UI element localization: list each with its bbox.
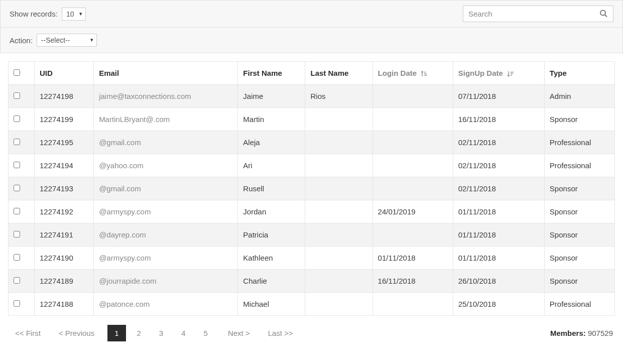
page-number[interactable]: 3 (152, 325, 170, 341)
action-toolbar: Action: --Select-- (0, 28, 623, 53)
cell-first-name: Michael (238, 293, 305, 316)
header-type[interactable]: Type (544, 62, 614, 85)
row-checkbox[interactable] (14, 162, 20, 168)
search-icon[interactable] (599, 9, 607, 19)
cell-uid: 12274194 (35, 154, 94, 177)
cell-last-name (305, 223, 372, 247)
select-all-checkbox[interactable] (14, 69, 20, 76)
table-header-row: UID Email First Name Last Name Login Dat… (9, 62, 615, 85)
header-email[interactable]: Email (94, 62, 238, 85)
table-row: 12274188@patonce.comMichael25/10/2018Pro… (9, 293, 615, 316)
page-number[interactable]: 4 (174, 325, 192, 341)
cell-uid: 12274190 (35, 247, 94, 270)
table-row: 12274198jaime@taxconnections.comJaimeRio… (9, 85, 615, 108)
cell-login-date: 01/11/2018 (372, 247, 453, 270)
members-count: Members: 907529 (550, 329, 613, 337)
row-checkbox[interactable] (14, 115, 20, 122)
row-checkbox[interactable] (14, 231, 20, 237)
cell-first-name: Jordan (238, 200, 305, 223)
cell-email: @gmail.com (94, 131, 238, 154)
cell-login-date (372, 293, 453, 316)
cell-signup-date: 16/11/2018 (453, 108, 544, 131)
cell-first-name: Aleja (238, 131, 305, 154)
cell-signup-date: 01/11/2018 (453, 200, 544, 223)
page-first[interactable]: << First (10, 325, 46, 341)
cell-login-date (372, 85, 453, 108)
row-checkbox[interactable] (14, 277, 20, 284)
sort-desc-icon (507, 70, 514, 77)
cell-last-name (305, 108, 372, 131)
header-last-name[interactable]: Last Name (305, 62, 372, 85)
page-next[interactable]: Next > (223, 325, 255, 341)
cell-last-name (305, 293, 372, 316)
cell-login-date: 16/11/2018 (372, 270, 453, 293)
cell-type: Sponsor (544, 223, 614, 247)
cell-email: @armyspy.com (94, 200, 238, 223)
cell-first-name: Martin (238, 108, 305, 131)
row-checkbox[interactable] (14, 300, 20, 307)
table-row: 12274190@armyspy.comKathleen01/11/201801… (9, 247, 615, 270)
cell-type: Sponsor (544, 200, 614, 223)
show-records-select[interactable]: 10 (62, 8, 86, 21)
header-login-date[interactable]: Login Date (372, 62, 453, 85)
cell-type: Sponsor (544, 270, 614, 293)
search-input[interactable] (463, 6, 613, 22)
row-checkbox[interactable] (14, 254, 20, 261)
cell-first-name: Ari (238, 154, 305, 177)
cell-signup-date: 02/11/2018 (453, 154, 544, 177)
cell-last-name (305, 247, 372, 270)
show-records-group: Show records: 10 (10, 8, 86, 21)
row-checkbox[interactable] (14, 92, 20, 99)
table-footer: << First < Previous 12345 Next > Last >>… (8, 316, 615, 342)
cell-uid: 12274193 (35, 177, 94, 200)
cell-email: @gmail.com (94, 177, 238, 200)
svg-rect-5 (511, 72, 514, 72)
header-first-name[interactable]: First Name (238, 62, 305, 85)
cell-first-name: Jaime (238, 85, 305, 108)
cell-type: Sponsor (544, 108, 614, 131)
cell-last-name (305, 177, 372, 200)
cell-type: Sponsor (544, 247, 614, 270)
table-row: 12274191@dayrep.comPatricia01/11/2018Spo… (9, 223, 615, 247)
cell-signup-date: 26/10/2018 (453, 270, 544, 293)
row-checkbox-cell (9, 85, 35, 108)
svg-rect-2 (424, 72, 426, 72)
show-records-label: Show records: (10, 10, 58, 18)
cell-email: jaime@taxconnections.com (94, 85, 238, 108)
row-checkbox[interactable] (14, 185, 20, 191)
members-count-value: 907529 (588, 329, 613, 337)
page-number[interactable]: 1 (107, 325, 126, 341)
cell-email: @jourrapide.com (94, 270, 238, 293)
page-number[interactable]: 5 (197, 325, 215, 341)
cell-uid: 12274198 (35, 85, 94, 108)
table-row: 12274193@gmail.comRusell02/11/2018Sponso… (9, 177, 615, 200)
row-checkbox-cell (9, 247, 35, 270)
cell-login-date (372, 108, 453, 131)
cell-last-name (305, 154, 372, 177)
row-checkbox[interactable] (14, 139, 20, 145)
cell-uid: 12274195 (35, 131, 94, 154)
row-checkbox-cell (9, 177, 35, 200)
row-checkbox-cell (9, 108, 35, 131)
cell-type: Professional (544, 131, 614, 154)
action-select[interactable]: --Select-- (37, 34, 97, 47)
top-toolbar: Show records: 10 (0, 0, 623, 28)
action-select-wrap: --Select-- (37, 34, 97, 47)
cell-first-name: Charlie (238, 270, 305, 293)
header-signup-date[interactable]: SignUp Date (453, 62, 544, 85)
svg-rect-6 (511, 73, 513, 74)
cell-signup-date: 02/11/2018 (453, 177, 544, 200)
row-checkbox-cell (9, 270, 35, 293)
row-checkbox[interactable] (14, 208, 20, 214)
sort-asc-icon (421, 70, 428, 77)
page-previous[interactable]: < Previous (54, 325, 99, 341)
header-uid[interactable]: UID (35, 62, 94, 85)
cell-signup-date: 01/11/2018 (453, 247, 544, 270)
svg-rect-4 (424, 75, 427, 75)
row-checkbox-cell (9, 293, 35, 316)
row-checkbox-cell (9, 154, 35, 177)
table-row: 12274195@gmail.comAleja02/11/2018Profess… (9, 131, 615, 154)
page-number[interactable]: 2 (130, 325, 148, 341)
page-last[interactable]: Last >> (263, 325, 298, 341)
table-row: 12274194@yahoo.comAri02/11/2018Professio… (9, 154, 615, 177)
